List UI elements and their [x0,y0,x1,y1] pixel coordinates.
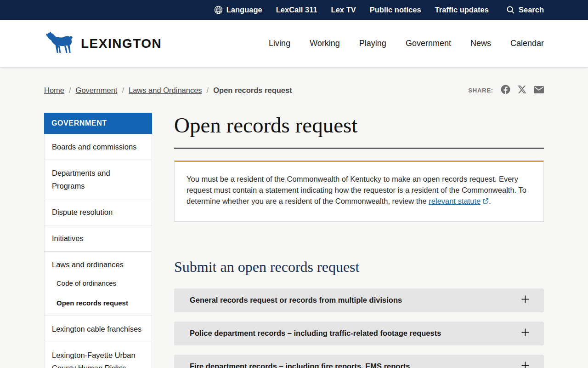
breadcrumb: Home / Government / Laws and Ordinances … [44,86,292,95]
facebook-icon [501,85,510,96]
plus-icon [521,362,529,368]
email-icon [534,86,544,95]
share-x-button[interactable] [518,85,526,96]
sidebar-item-departments-and-programs[interactable]: Departments and Programs [45,160,152,199]
relevant-statute-link-label: relevant statute [429,197,481,205]
nav-calendar[interactable]: Calendar [510,39,544,48]
breadcrumb-laws-and-ordinances[interactable]: Laws and Ordinances [129,86,202,95]
share-facebook-button[interactable] [501,85,510,96]
lex-tv-link[interactable]: Lex TV [331,6,356,14]
horse-logo-icon [44,31,74,57]
plus-icon [521,295,529,305]
x-icon [518,85,526,96]
main-nav: Living Working Playing Government News C… [269,39,544,48]
accordion-police-records[interactable]: Police department records – including tr… [174,322,544,345]
breadcrumb-separator: / [69,86,71,95]
breadcrumb-separator: / [207,86,209,95]
sidebar-menu: Boards and commissions Departments and P… [44,134,152,368]
breadcrumb-row: Home / Government / Laws and Ordinances … [0,67,588,96]
accordion-fire-records[interactable]: Fire department records – including fire… [174,355,544,368]
public-notices-link[interactable]: Public notices [370,6,421,14]
sidebar-subitem-open-records-request[interactable]: Open records request [45,293,152,316]
sidebar-item-lexington-cable-franchises[interactable]: Lexington cable franchises [45,316,152,342]
residency-callout-text: You must be a resident of the Commonweal… [187,174,531,207]
lexcall-311-link[interactable]: LexCall 311 [276,6,317,14]
sidebar-item-laws-and-ordinances[interactable]: Laws and ordinances [45,252,152,274]
globe-icon [214,6,223,14]
search-label: Search [519,6,544,14]
title-divider [174,148,544,149]
sidebar-item-boards-and-commissions[interactable]: Boards and commissions [45,134,152,160]
breadcrumb-current: Open records request [213,86,292,95]
nav-playing[interactable]: Playing [359,39,386,48]
breadcrumb-government[interactable]: Government [76,86,118,95]
language-menu[interactable]: Language [214,6,262,14]
site-header: LEXINGTON Living Working Playing Governm… [0,20,588,67]
section-sidebar: GOVERNMENT Boards and commissions Depart… [44,113,152,368]
site-logo-text: LEXINGTON [81,36,162,51]
share-email-button[interactable] [534,86,544,95]
plus-icon [521,328,529,338]
sidebar-item-initiatives[interactable]: Initiatives [45,225,152,252]
main-content: Open records request You must be a resid… [174,113,544,368]
accordion-list: General records request or records from … [174,288,544,368]
external-link-icon [482,196,489,207]
search-button[interactable]: Search [506,6,544,14]
residency-callout: You must be a resident of the Commonweal… [174,161,544,222]
accordion-label: Police department records – including tr… [190,329,441,338]
callout-text-after: . [489,197,491,205]
nav-government[interactable]: Government [406,39,451,48]
breadcrumb-home[interactable]: Home [44,86,64,95]
utility-bar: Language LexCall 311 Lex TV Public notic… [0,0,588,20]
language-label: Language [226,6,262,14]
share-label: SHARE: [468,87,493,94]
search-icon [506,6,515,14]
sidebar-item-human-rights-commission[interactable]: Lexington-Fayette Urban County Human Rig… [45,342,152,368]
sidebar-group-laws-and-ordinances: Laws and ordinances Code of ordinances O… [45,252,152,316]
nav-working[interactable]: Working [310,39,340,48]
nav-news[interactable]: News [470,39,491,48]
traffic-updates-link[interactable]: Traffic updates [435,6,489,14]
sidebar-subitem-code-of-ordinances[interactable]: Code of ordinances [45,274,152,293]
breadcrumb-separator: / [122,86,124,95]
submit-section-heading: Submit an open records request [174,259,544,276]
sidebar-item-dispute-resolution[interactable]: Dispute resolution [45,199,152,225]
accordion-general-records[interactable]: General records request or records from … [174,288,544,312]
relevant-statute-link[interactable]: relevant statute [429,197,489,205]
page-title: Open records request [174,113,544,138]
share-bar: SHARE: [468,85,544,96]
site-logo[interactable]: LEXINGTON [44,31,162,57]
nav-living[interactable]: Living [269,39,290,48]
accordion-label: Fire department records – including fire… [190,362,410,368]
accordion-label: General records request or records from … [190,296,402,305]
content-area: GOVERNMENT Boards and commissions Depart… [0,113,588,368]
sidebar-title: GOVERNMENT [44,113,152,134]
